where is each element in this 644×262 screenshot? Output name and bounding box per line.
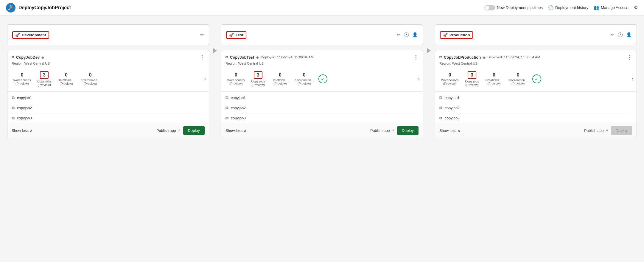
list-item: ⧉ copyjob2	[12, 103, 205, 113]
publish-label: Publish app	[584, 129, 603, 133]
assign-icon[interactable]: 👤	[412, 32, 418, 38]
copy-job-name: copyjob2	[445, 106, 460, 110]
stage-wrapper-development: 🚀 Development ✏ ⧉ CopyJobDev ◆ ⋮ Region:…	[7, 24, 209, 138]
deploy-button[interactable]: Deploy	[397, 126, 419, 135]
metric-label: Copy jobs(Preview)	[465, 79, 479, 87]
check-circle-icon: ✓	[318, 74, 327, 83]
divider	[7, 91, 209, 92]
more-options-icon[interactable]: ⋮	[199, 54, 205, 60]
footer-right: Publish app ↗ Deploy	[370, 126, 419, 135]
show-less-button[interactable]: Show less ∧	[439, 128, 461, 133]
metrics-nav-arrow[interactable]: ›	[418, 76, 420, 82]
edit-icon[interactable]: ✏	[611, 32, 615, 38]
deployed-badge: ✓	[318, 74, 327, 83]
edit-icon[interactable]: ✏	[397, 32, 401, 38]
metric-label: environmen...(Preview)	[508, 78, 528, 85]
metric-item-0[interactable]: 0 Warehouses(Preview)	[10, 71, 34, 87]
diamond-icon: ◆	[483, 55, 486, 60]
publish-app-button[interactable]: Publish app ↗	[156, 129, 180, 133]
metrics-nav-arrow[interactable]: ›	[632, 76, 634, 82]
copy-job-icon: ⧉	[439, 95, 442, 100]
app-title: DeployCopyJobProject	[18, 5, 71, 10]
divider	[435, 91, 637, 92]
metric-item-1[interactable]: 3 Copy jobs(Preview)	[248, 69, 269, 88]
metric-count: 0	[449, 72, 451, 78]
list-item: ⧉ copyjob2	[225, 103, 419, 113]
card-title-icon: ⧉	[12, 55, 14, 60]
metric-item-0[interactable]: 0 Warehouses(Preview)	[438, 71, 462, 87]
card-title-icon: ⧉	[439, 55, 442, 60]
metric-count: 0	[65, 72, 68, 78]
stage-name-label: Test	[236, 33, 243, 37]
topbar-left: 🚀 DeployCopyJobProject	[6, 3, 71, 13]
metric-item-3[interactable]: 0 environmen...(Preview)	[505, 71, 531, 87]
footer-right: Publish app ↗ Deploy	[584, 126, 632, 135]
toggle-control[interactable]	[484, 5, 495, 10]
more-options-icon[interactable]: ⋮	[627, 54, 632, 60]
copy-job-name: copyjob3	[231, 116, 246, 120]
items-list: ⧉ copyjob1 ⧉ copyjob2 ⧉ copyjob3	[435, 93, 637, 123]
metrics-row: 0 Warehouses(Preview) 3 Copy jobs(Previe…	[221, 68, 423, 90]
metric-item-1[interactable]: 3 Copy jobs(Preview)	[462, 69, 483, 88]
deploy-label: Deploy	[402, 128, 414, 133]
stage-header-actions: ✏🕐👤	[397, 32, 418, 38]
chevron-up-icon: ∧	[458, 128, 461, 133]
history-icon[interactable]: 🕐	[404, 32, 409, 38]
metric-label: Warehouses(Preview)	[441, 78, 459, 85]
deployment-history-link[interactable]: 🕐 Deployment history	[548, 5, 588, 10]
metric-count: 0	[517, 72, 519, 78]
metrics-row: 0 Warehouses(Preview) 3 Copy jobs(Previe…	[7, 68, 209, 90]
toggle-label: New Deployment pipelines	[497, 5, 543, 10]
stage-header-test: 🚀 Test ✏🕐👤	[221, 24, 423, 45]
card-title: CopyJobDev	[16, 55, 40, 60]
metric-item-2[interactable]: 0 Dataflows ...(Preview)	[483, 71, 506, 87]
deploy-button[interactable]: Deploy	[611, 126, 632, 135]
list-item: ⧉ copyjob1	[439, 93, 632, 103]
stage-card-header: ⧉ CopyJobTest ◆ Deployed: 11/5/2024, 11:…	[221, 50, 423, 62]
publish-app-button[interactable]: Publish app ↗	[370, 129, 394, 133]
deploy-timestamp: Deployed: 11/5/2024, 11:06:34 AM	[487, 55, 540, 59]
diamond-icon: ◆	[41, 55, 44, 60]
publish-app-button[interactable]: Publish app ↗	[584, 129, 608, 133]
new-deployment-toggle[interactable]: New Deployment pipelines	[484, 5, 543, 10]
show-less-button[interactable]: Show less ∧	[12, 128, 33, 133]
edit-icon[interactable]: ✏	[200, 32, 204, 38]
assign-icon[interactable]: 👤	[626, 32, 632, 38]
metric-item-2[interactable]: 0 Dataflows ...(Preview)	[55, 71, 78, 87]
stage-header-left: 🚀 Production	[440, 31, 473, 39]
metric-count: 3	[40, 71, 49, 79]
stage-name-badge: 🚀 Test	[226, 31, 246, 39]
metric-item-3[interactable]: 0 environmen...(Preview)	[78, 71, 103, 87]
metric-item-3[interactable]: 0 environmen...(Preview)	[292, 71, 317, 87]
metric-item-1[interactable]: 3 Copy jobs(Preview)	[34, 69, 55, 88]
metric-item-2[interactable]: 0 Dataflows ...(Preview)	[269, 71, 292, 87]
deploy-button[interactable]: Deploy	[183, 126, 205, 135]
stage-name-label: Production	[449, 33, 470, 37]
manage-access-icon: 👥	[594, 5, 599, 10]
metric-label: Dataflows ...(Preview)	[272, 78, 289, 85]
list-item: ⧉ copyjob1	[225, 93, 419, 103]
copy-job-icon: ⧉	[12, 116, 15, 121]
copy-job-icon: ⧉	[439, 105, 442, 110]
stage-card-development: ⧉ CopyJobDev ◆ ⋮ Region: West Central US…	[7, 50, 209, 138]
stage-header-actions: ✏	[200, 32, 204, 38]
manage-access-link[interactable]: 👥 Manage Access	[594, 5, 628, 10]
stage-header-left: 🚀 Test	[226, 31, 246, 39]
publish-label: Publish app	[156, 129, 176, 133]
stage-name-label: Development	[22, 33, 46, 37]
copy-job-icon: ⧉	[225, 95, 228, 100]
metric-count: 0	[89, 72, 92, 78]
metric-item-0[interactable]: 0 Warehouses(Preview)	[224, 71, 248, 87]
more-options-icon[interactable]: ⋮	[413, 54, 419, 60]
show-less-button[interactable]: Show less ∧	[225, 128, 247, 133]
metrics-nav-arrow[interactable]: ›	[204, 76, 206, 82]
metric-count: 0	[279, 72, 281, 78]
history-icon[interactable]: 🕐	[617, 32, 623, 38]
settings-icon[interactable]: ⚙	[634, 4, 638, 11]
divider	[221, 91, 423, 92]
external-link-icon: ↗	[178, 129, 180, 132]
show-less-label: Show less	[439, 129, 456, 133]
region-text: Region: West Central US	[221, 62, 423, 68]
stage-badge-icon: 🚀	[229, 33, 234, 37]
arrow-right-icon	[213, 48, 217, 53]
